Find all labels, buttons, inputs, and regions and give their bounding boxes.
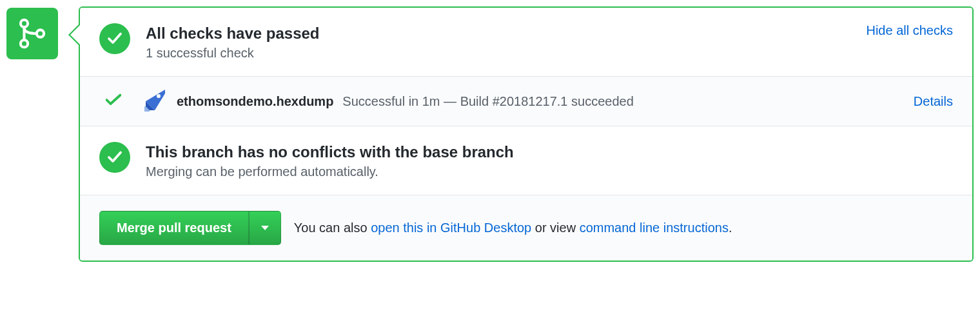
check-icon [107, 150, 122, 165]
check-details-link[interactable]: Details [914, 94, 953, 109]
footer-text-prefix: You can also [294, 221, 371, 235]
check-success-icon [106, 94, 121, 109]
merge-status-container: All checks have passed 1 successful chec… [6, 6, 974, 262]
check-description: Successful in 1m — Build #20181217.1 suc… [342, 94, 914, 109]
check-item-row: ethomsondemo.hexdump Successful in 1m — … [80, 76, 972, 126]
command-line-link[interactable]: command line instructions [580, 221, 729, 235]
success-status-circle [99, 142, 130, 173]
merge-footer-text: You can also open this in GitHub Desktop… [294, 221, 732, 235]
azure-pipelines-icon [141, 88, 166, 114]
footer-text-suffix: . [729, 221, 732, 235]
svg-point-3 [157, 94, 161, 98]
svg-point-0 [21, 20, 28, 27]
conflicts-subtitle: Merging can be performed automatically. [146, 164, 953, 179]
checks-title: All checks have passed [146, 23, 866, 43]
check-name: ethomsondemo.hexdump [177, 94, 333, 109]
toggle-checks-link[interactable]: Hide all checks [866, 23, 953, 38]
git-merge-icon [16, 17, 48, 50]
checks-subtitle: 1 successful check [146, 46, 866, 61]
merge-pull-request-button[interactable]: Merge pull request [99, 211, 249, 245]
merge-button-group: Merge pull request [99, 211, 281, 245]
conflicts-title: This branch has no conflicts with the ba… [146, 142, 953, 162]
check-icon [107, 31, 122, 46]
checks-summary-section: All checks have passed 1 successful chec… [80, 8, 972, 76]
merge-dropdown-button[interactable] [249, 211, 281, 245]
footer-text-middle: or view [531, 221, 579, 235]
merge-icon-badge [6, 8, 58, 59]
conflicts-section: This branch has no conflicts with the ba… [80, 126, 972, 195]
merge-footer: Merge pull request You can also open thi… [80, 195, 972, 261]
merge-panel: All checks have passed 1 successful chec… [79, 6, 974, 262]
svg-point-2 [37, 30, 44, 37]
open-desktop-link[interactable]: open this in GitHub Desktop [371, 221, 531, 235]
svg-point-1 [21, 40, 28, 47]
caret-down-icon [261, 226, 269, 230]
success-status-circle [99, 23, 130, 54]
